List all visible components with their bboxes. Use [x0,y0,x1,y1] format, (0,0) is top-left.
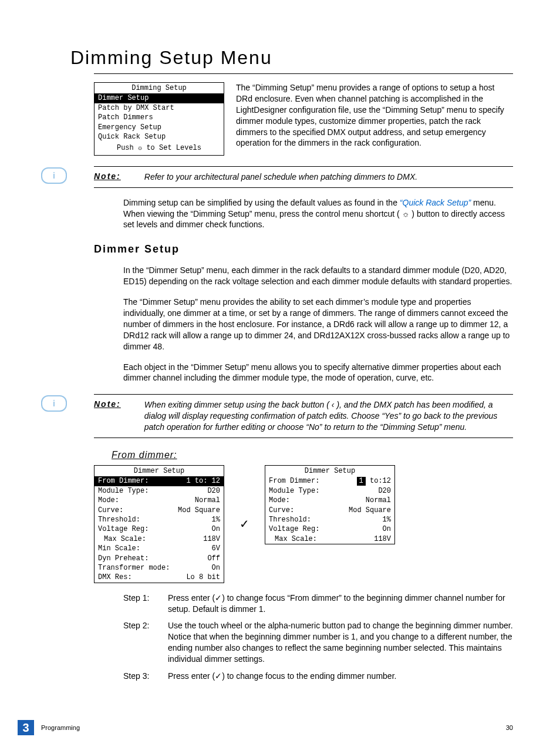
check-icon: ✓ [215,671,222,681]
title-rule [94,73,513,74]
lcd-row: Max Scale:118V [265,534,394,544]
lcd-item: Patch by DMX Start [95,103,224,113]
lcd-row: Max Scale:118V [95,534,224,544]
lcd-row: Transformer mode:On [95,563,224,573]
lcd-row: Voltage Reg:On [95,524,224,534]
page-title: Dimming Setup Menu [70,47,513,69]
intro-paragraph: The “Dimming Setup” menu provides a rang… [236,82,513,149]
chapter-label: Programming [41,724,80,731]
body-paragraph: Dimming setup can be simplified by using… [123,197,513,231]
check-icon: ✓ [239,517,249,531]
steps-list: Step 1: Press enter (✓) to change focus … [123,593,513,682]
step-item: Step 2: Use the touch wheel or the alpha… [123,620,513,665]
subsection-heading: Dimmer Setup [94,243,513,255]
lcd-dimmer-setup-left: Dimmer Setup From Dimmer: 1 to: 12 Modul… [94,465,224,583]
lcd-row: Mode:Normal [95,496,224,505]
lcd-item: Quick Rack Setup [95,132,224,142]
lcd-title: Dimming Setup [95,83,224,93]
lcd-row: Mode:Normal [265,496,394,505]
note-label: Note: [94,171,121,181]
lcd-title: Dimmer Setup [95,466,224,476]
info-icon: i [41,167,67,184]
step-label: Step 3: [123,671,158,682]
page-footer: 3 Programming 30 [0,720,560,735]
info-icon: i [41,395,67,412]
step-item: Step 3: Press enter (✓) to change focus … [123,671,513,682]
lcd-row: Curve:Mod Square [265,506,394,515]
subsubsection-heading: From dimmer: [112,450,513,460]
lcd-row: Module Type:D20 [95,486,224,496]
lcd-row: Curve:Mod Square [95,506,224,515]
lcd-row: From Dimmer: 1 to:12 [265,476,394,486]
step-text: Press enter (✓) to change focus “From di… [168,593,513,615]
note-text: Refer to your architectural panel schedu… [144,171,417,183]
chapter-number-badge: 3 [18,720,34,735]
quick-rack-setup-link[interactable]: “Quick Rack Setup” [400,198,471,207]
note-label: Note: [94,399,121,409]
lcd-row: Min Scale:6V [95,544,224,553]
body-paragraph: Each object in the “Dimmer Setup” menu a… [123,362,513,384]
lcd-item: Emergency Setup [95,123,224,132]
step-label: Step 2: [123,620,158,665]
note-text: When exiting dimmer setup using the back… [144,399,513,433]
lcd-footer: Push ☼ to Set Levels [95,142,224,154]
step-text: Press enter (✓) to change focus to the e… [168,671,396,682]
lcd-row: Dyn Preheat:Off [95,554,224,563]
lcd-row: Threshold:1% [265,515,394,524]
highlighted-value: 1 [357,477,366,485]
lcd-title: Dimmer Setup [265,466,394,476]
page-number: 30 [506,724,513,731]
check-icon: ✓ [215,593,222,603]
body-paragraph: The “Dimmer Setup” menu provides the abi… [123,297,513,352]
lcd-dimmer-setup-right: Dimmer Setup From Dimmer: 1 to:12 Module… [265,465,395,544]
lcd-row: Voltage Reg:On [265,524,394,534]
step-label: Step 1: [123,593,158,615]
lcd-item: Dimmer Setup [95,93,224,103]
lcd-item: Patch Dimmers [95,113,224,122]
body-paragraph: In the “Dimmer Setup” menu, each dimmer … [123,265,513,287]
step-text: Use the touch wheel or the alpha-numeric… [168,620,513,665]
lcd-row: DMX Res:Lo 8 bit [95,573,224,582]
lcd-row: Module Type:D20 [265,486,394,496]
lcd-row: Threshold:1% [95,515,224,524]
lcd-menu-dimming-setup: Dimming Setup Dimmer Setup Patch by DMX … [94,82,224,156]
step-item: Step 1: Press enter (✓) to change focus … [123,593,513,615]
lcd-row: From Dimmer: 1 to: 12 [95,476,224,486]
